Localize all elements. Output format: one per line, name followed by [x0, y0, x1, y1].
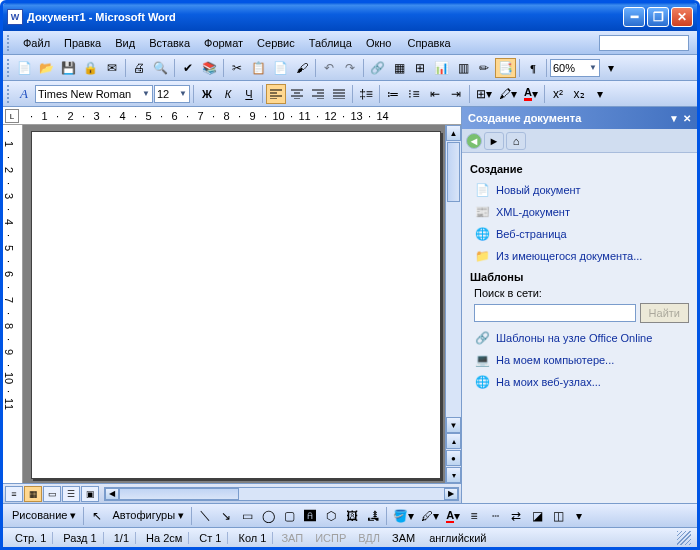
- spellcheck-button[interactable]: ✔: [178, 58, 198, 78]
- permission-button[interactable]: 🔒: [80, 58, 101, 78]
- prev-page-button[interactable]: ▴: [446, 433, 461, 449]
- maximize-button[interactable]: ❐: [647, 7, 669, 27]
- taskpane-link[interactable]: 📁Из имеющегося документа...: [470, 245, 689, 267]
- research-button[interactable]: 📚: [199, 58, 220, 78]
- reading-view-button[interactable]: ▣: [81, 486, 99, 502]
- borders-button[interactable]: ⊞▾: [473, 84, 495, 104]
- minimize-button[interactable]: ━: [623, 7, 645, 27]
- subscript-button[interactable]: x₂: [569, 84, 589, 104]
- close-button[interactable]: ✕: [671, 7, 693, 27]
- select-objects-button[interactable]: ↖: [87, 506, 107, 526]
- taskpane-link[interactable]: 📄Новый документ: [470, 179, 689, 201]
- undo-button[interactable]: ↶: [319, 58, 339, 78]
- diagram-button[interactable]: ⬡: [321, 506, 341, 526]
- hyperlink-button[interactable]: 🔗: [367, 58, 388, 78]
- status-language[interactable]: английский: [423, 532, 492, 544]
- drawing-button[interactable]: ✏: [474, 58, 494, 78]
- arrow-tool[interactable]: ↘: [216, 506, 236, 526]
- menu-tools[interactable]: Сервис: [251, 35, 301, 51]
- oval-tool[interactable]: ◯: [258, 506, 278, 526]
- underline-button[interactable]: Ч: [239, 84, 259, 104]
- drawing-menu[interactable]: Рисование ▾: [8, 509, 80, 522]
- menubar-grip[interactable]: [7, 35, 11, 51]
- menu-insert[interactable]: Вставка: [143, 35, 196, 51]
- taskpane-back-button[interactable]: ◄: [466, 133, 482, 149]
- taskpane-home-button[interactable]: ⌂: [506, 132, 526, 150]
- menu-table[interactable]: Таблица: [303, 35, 358, 51]
- normal-view-button[interactable]: ≡: [5, 486, 23, 502]
- email-button[interactable]: ✉: [102, 58, 122, 78]
- hscroll-right-button[interactable]: ▶: [444, 488, 458, 500]
- help-search-input[interactable]: [599, 35, 689, 51]
- superscript-button[interactable]: x²: [548, 84, 568, 104]
- highlight-button[interactable]: 🖍▾: [496, 84, 520, 104]
- wordart-button[interactable]: 🅰: [300, 506, 320, 526]
- bullets-button[interactable]: ⁝≡: [404, 84, 424, 104]
- taskpane-link[interactable]: 🌐Веб-страница: [470, 223, 689, 245]
- align-justify-button[interactable]: [329, 84, 349, 104]
- fontsize-combo[interactable]: 12▼: [154, 85, 190, 103]
- new-button[interactable]: 📄: [14, 58, 35, 78]
- align-left-button[interactable]: [266, 84, 286, 104]
- menu-help[interactable]: Справка: [401, 35, 456, 51]
- hscroll-thumb[interactable]: [119, 488, 239, 500]
- scroll-up-button[interactable]: ▲: [446, 125, 461, 141]
- tables-borders-button[interactable]: ▦: [389, 58, 409, 78]
- docmap-button[interactable]: 📑: [495, 58, 516, 78]
- zoom-combo[interactable]: 60%▼: [550, 59, 600, 77]
- vertical-ruler[interactable]: ·1·2·3·4·5·6·7·8·9·10·11: [3, 125, 23, 483]
- taskpane-link[interactable]: 📰XML-документ: [470, 201, 689, 223]
- toolbar-grip[interactable]: [7, 59, 11, 77]
- increase-indent-button[interactable]: ⇥: [446, 84, 466, 104]
- taskpane-forward-button[interactable]: ►: [484, 132, 504, 150]
- print-preview-button[interactable]: 🔍: [150, 58, 171, 78]
- italic-button[interactable]: К: [218, 84, 238, 104]
- show-marks-button[interactable]: ¶: [523, 58, 543, 78]
- format-painter-button[interactable]: 🖌: [292, 58, 312, 78]
- taskpane-link[interactable]: 🌐На моих веб-узлах...: [470, 371, 689, 393]
- status-trk[interactable]: ИСПР: [311, 532, 350, 544]
- taskpane-link[interactable]: 💻На моем компьютере...: [470, 349, 689, 371]
- decrease-indent-button[interactable]: ⇤: [425, 84, 445, 104]
- clipart-button[interactable]: 🖼: [342, 506, 362, 526]
- save-button[interactable]: 💾: [58, 58, 79, 78]
- hscroll-left-button[interactable]: ◀: [105, 488, 119, 500]
- line-tool[interactable]: ＼: [195, 506, 215, 526]
- menu-window[interactable]: Окно: [360, 35, 398, 51]
- template-search-input[interactable]: [474, 304, 636, 322]
- line-style-button[interactable]: ≡: [464, 506, 484, 526]
- align-center-button[interactable]: [287, 84, 307, 104]
- menu-edit[interactable]: Правка: [58, 35, 107, 51]
- drawbar-options-button[interactable]: ▾: [569, 506, 589, 526]
- print-button[interactable]: 🖨: [129, 58, 149, 78]
- font-color-draw-button[interactable]: A▾: [443, 506, 463, 526]
- numbering-button[interactable]: ≔: [383, 84, 403, 104]
- scroll-down-button[interactable]: ▼: [446, 417, 461, 433]
- menu-format[interactable]: Формат: [198, 35, 249, 51]
- scroll-thumb[interactable]: [447, 142, 460, 202]
- textbox-tool[interactable]: ▢: [279, 506, 299, 526]
- status-rec[interactable]: ЗАП: [277, 532, 307, 544]
- redo-button[interactable]: ↷: [340, 58, 360, 78]
- taskpane-menu-button[interactable]: ▼: [669, 113, 679, 124]
- document-page[interactable]: [31, 131, 441, 479]
- taskpane-link[interactable]: 🔗Шаблоны на узле Office Online: [470, 327, 689, 349]
- line-color-button[interactable]: 🖊▾: [418, 506, 442, 526]
- fill-color-button[interactable]: 🪣▾: [390, 506, 417, 526]
- status-ext[interactable]: ВДЛ: [354, 532, 384, 544]
- weblayout-view-button[interactable]: ▦: [24, 486, 42, 502]
- 3d-button[interactable]: ◫: [548, 506, 568, 526]
- columns-button[interactable]: ▥: [453, 58, 473, 78]
- autoshapes-menu[interactable]: Автофигуры ▾: [108, 509, 188, 522]
- vertical-scrollbar[interactable]: ▲ ▼ ▴ ● ▾: [445, 125, 461, 483]
- template-search-button[interactable]: Найти: [640, 303, 689, 323]
- menu-file[interactable]: Файл: [17, 35, 56, 51]
- styles-button[interactable]: A: [14, 84, 34, 104]
- copy-button[interactable]: 📋: [248, 58, 269, 78]
- align-right-button[interactable]: [308, 84, 328, 104]
- bold-button[interactable]: Ж: [197, 84, 217, 104]
- horizontal-ruler[interactable]: L ·1·2·3·4·5·6·7·8·9·10·11·12·13·14: [3, 107, 461, 125]
- cut-button[interactable]: ✂: [227, 58, 247, 78]
- shadow-button[interactable]: ◪: [527, 506, 547, 526]
- insert-table-button[interactable]: ⊞: [410, 58, 430, 78]
